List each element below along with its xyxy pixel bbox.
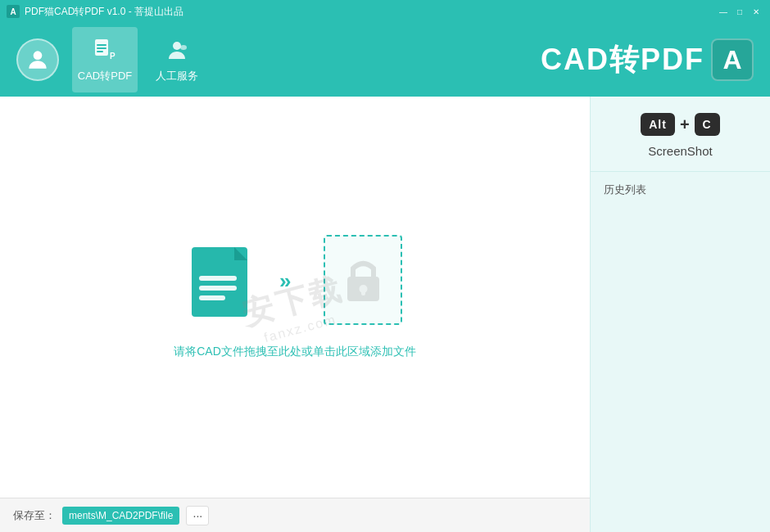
history-title: 历史列表 bbox=[604, 183, 646, 196]
drop-zone[interactable]: » bbox=[0, 97, 590, 498]
svg-rect-3 bbox=[97, 47, 106, 49]
cad2pdf-icon: P bbox=[90, 36, 120, 65]
screenshot-label: ScreenShot bbox=[648, 144, 712, 158]
bottom-bar: 保存至： ments\M_CAD2PDF\file ··· bbox=[0, 498, 590, 532]
svg-text:P: P bbox=[110, 52, 116, 61]
svg-rect-4 bbox=[97, 51, 103, 52]
tab-human-service[interactable]: 人工服务 bbox=[144, 27, 210, 92]
c-key-badge: C bbox=[695, 113, 720, 136]
title-bar-left: A PDF猫CAD转PDF v1.0 - 菩提山出品 bbox=[7, 5, 183, 19]
drop-icons: » bbox=[188, 235, 402, 325]
svg-rect-11 bbox=[199, 286, 237, 291]
svg-point-7 bbox=[180, 45, 187, 50]
nav-area: P CAD转PDF 人工服务 bbox=[16, 27, 216, 92]
header-logo: CAD转PDF A bbox=[541, 38, 754, 81]
pdf-drop-box bbox=[324, 235, 402, 325]
save-label: 保存至： bbox=[13, 508, 56, 523]
svg-text:»: » bbox=[279, 268, 291, 293]
right-panel: Alt + C ScreenShot 历史列表 bbox=[590, 97, 770, 532]
title-bar: A PDF猫CAD转PDF v1.0 - 菩提山出品 — □ ✕ bbox=[0, 0, 770, 23]
tab-human-service-label: 人工服务 bbox=[156, 69, 198, 83]
header: P CAD转PDF 人工服务 CAD转PDF A bbox=[0, 23, 770, 97]
shortcut-display: Alt + C bbox=[641, 113, 719, 136]
app-icon: A bbox=[7, 5, 20, 18]
avatar-button[interactable] bbox=[16, 38, 59, 81]
screenshot-section: Alt + C ScreenShot bbox=[591, 97, 770, 172]
plus-sign: + bbox=[680, 115, 690, 134]
svg-rect-16 bbox=[361, 289, 365, 295]
svg-rect-12 bbox=[199, 295, 225, 300]
logo-badge: A bbox=[711, 38, 754, 81]
save-path-more-button[interactable]: ··· bbox=[186, 506, 209, 525]
main-layout: 安下载 fanxz.com bbox=[0, 97, 770, 532]
user-icon bbox=[25, 47, 51, 73]
human-service-icon bbox=[162, 36, 192, 65]
drop-hint-text[interactable]: 请将CAD文件拖拽至此处或单击此区域添加文件 bbox=[174, 345, 416, 359]
svg-point-0 bbox=[34, 51, 43, 60]
minimize-button[interactable]: — bbox=[716, 4, 731, 19]
history-section: 历史列表 bbox=[591, 172, 770, 207]
save-path[interactable]: ments\M_CAD2PDF\file bbox=[62, 507, 179, 525]
svg-rect-2 bbox=[97, 44, 106, 46]
convert-arrow-icon: » bbox=[278, 265, 307, 295]
app-title: PDF猫CAD转PDF v1.0 - 菩提山出品 bbox=[25, 5, 183, 19]
tab-cad2pdf[interactable]: P CAD转PDF bbox=[72, 27, 138, 92]
svg-point-6 bbox=[173, 42, 181, 50]
content-area: 安下载 fanxz.com bbox=[0, 97, 590, 532]
pdf-lock-icon bbox=[338, 251, 387, 309]
window-controls: — □ ✕ bbox=[716, 4, 763, 19]
alt-key-badge: Alt bbox=[641, 113, 675, 136]
close-button[interactable]: ✕ bbox=[749, 4, 763, 19]
tab-cad2pdf-label: CAD转PDF bbox=[78, 69, 132, 83]
svg-rect-10 bbox=[199, 276, 237, 281]
cad-file-icon bbox=[188, 235, 261, 325]
maximize-button[interactable]: □ bbox=[732, 4, 747, 19]
logo-text: CAD转PDF bbox=[541, 40, 704, 80]
